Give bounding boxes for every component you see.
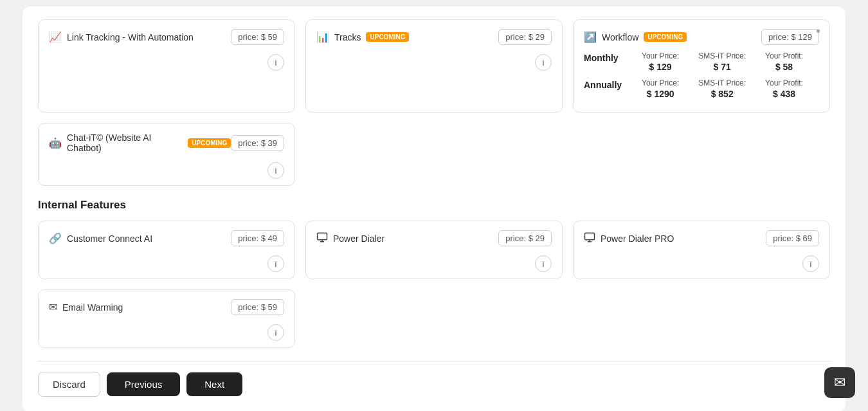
monthly-profit-col: Your Profit: $ 58 [765, 51, 803, 72]
previous-button[interactable]: Previous [107, 372, 180, 396]
discard-button[interactable]: Discard [38, 372, 100, 397]
chat-fab-icon: ✉ [834, 374, 845, 391]
chat-fab-button[interactable]: ✉ [824, 367, 855, 398]
link-tracking-card: 📈 Link Tracking - With Automation price:… [38, 19, 295, 113]
annually-your-price-col: Your Price: $ 1290 [642, 78, 679, 99]
monthly-period-label: Monthly [584, 51, 642, 63]
bottom-bar: Discard Previous Next [38, 361, 830, 397]
link-tracking-title: 📈 Link Tracking - With Automation [49, 31, 194, 43]
workflow-label: Workflow [602, 32, 638, 42]
customer-connect-label: Customer Connect AI [67, 233, 152, 244]
power-dialer-price: price: $ 29 [498, 230, 552, 246]
power-dialer-card: Power Dialer price: $ 29 i [305, 221, 563, 279]
email-warming-price: price: $ 59 [231, 299, 284, 315]
email-warming-title: ✉ Email Warming [49, 301, 123, 313]
annually-col-group: Your Price: $ 1290 SMS-iT Price: $ 852 Y… [642, 78, 803, 99]
power-dialer-pro-info-btn[interactable]: i [802, 255, 819, 272]
tracks-label: Tracks [334, 32, 361, 42]
power-dialer-title: Power Dialer [316, 232, 384, 246]
email-warming-info-btn[interactable]: i [267, 324, 284, 341]
monthly-smsit-label: SMS-iT Price: [698, 51, 746, 60]
customer-connect-info-btn[interactable]: i [267, 255, 284, 272]
power-dialer-pro-title: Power Dialer PRO [584, 232, 674, 246]
tracks-upcoming-badge: UPCOMING [366, 32, 409, 42]
monthly-col-group: Your Price: $ 129 SMS-iT Price: $ 71 You… [642, 51, 803, 72]
annually-smsit-col: SMS-iT Price: $ 852 [698, 78, 746, 99]
customer-connect-card: 🔗 Customer Connect AI price: $ 49 i [38, 221, 295, 279]
annually-profit-val: $ 438 [765, 89, 803, 99]
customer-connect-price: price: $ 49 [231, 230, 284, 246]
link-tracking-label: Link Tracking - With Automation [67, 32, 194, 42]
email-warming-card: ✉ Email Warming price: $ 59 i [38, 289, 295, 348]
link-tracking-price: price: $ 59 [231, 29, 284, 45]
power-dialer-pro-label: Power Dialer PRO [601, 233, 674, 244]
annually-period-label: Annually [584, 78, 642, 90]
workflow-dot-menu: • [816, 24, 822, 39]
internal-feature-grid: 🔗 Customer Connect AI price: $ 49 i Po [38, 221, 830, 279]
workflow-upcoming-badge: UPCOMING [644, 32, 687, 42]
tracks-icon: 📊 [316, 31, 329, 43]
annually-your-price-val: $ 1290 [642, 89, 679, 99]
monthly-your-price-val: $ 129 [642, 62, 679, 72]
chat-it-title: 🤖 Chat-iT© (Website AI Chatbot) UPCOMING [49, 132, 231, 153]
customer-connect-title: 🔗 Customer Connect AI [49, 232, 152, 244]
annually-your-price-label: Your Price: [642, 78, 679, 87]
top-feature-grid: 📈 Link Tracking - With Automation price:… [38, 19, 830, 113]
monthly-profit-val: $ 58 [765, 62, 803, 72]
monthly-your-price-col: Your Price: $ 129 [642, 51, 679, 72]
svg-rect-0 [318, 233, 327, 240]
monthly-profit-label: Your Profit: [765, 51, 803, 60]
workflow-card: ↗️ Workflow UPCOMING price: $ 129 • Mont… [573, 19, 830, 113]
power-dialer-pro-card: Power Dialer PRO price: $ 69 i [573, 221, 830, 279]
power-dialer-icon [316, 232, 328, 246]
chat-it-info-btn[interactable]: i [267, 162, 284, 179]
annually-smsit-val: $ 852 [698, 89, 746, 99]
power-dialer-pro-icon [584, 232, 595, 246]
chat-it-upcoming-badge: UPCOMING [188, 138, 231, 148]
monthly-smsit-val: $ 71 [698, 62, 746, 72]
monthly-smsit-col: SMS-iT Price: $ 71 [698, 51, 746, 72]
power-dialer-info-btn[interactable]: i [535, 255, 552, 272]
tracks-card: 📊 Tracks UPCOMING price: $ 29 i [305, 19, 563, 113]
svg-rect-3 [585, 233, 595, 240]
link-tracking-icon: 📈 [49, 31, 62, 43]
annually-smsit-label: SMS-iT Price: [698, 78, 746, 87]
email-warming-icon: ✉ [49, 301, 57, 313]
workflow-icon: ↗️ [584, 31, 597, 43]
annually-profit-col: Your Profit: $ 438 [765, 78, 803, 99]
link-tracking-info-btn[interactable]: i [267, 54, 284, 71]
annually-profit-label: Your Profit: [765, 78, 803, 87]
tracks-info-btn[interactable]: i [535, 54, 552, 71]
chat-it-price: price: $ 39 [231, 135, 284, 151]
internal-features-title: Internal Features [38, 199, 830, 212]
power-dialer-pro-price: price: $ 69 [766, 230, 819, 246]
chat-it-label: Chat-iT© (Website AI Chatbot) [67, 132, 183, 153]
monthly-your-price-label: Your Price: [642, 51, 679, 60]
tracks-price: price: $ 29 [498, 29, 552, 45]
email-warming-label: Email Warming [62, 302, 123, 313]
chat-it-card: 🤖 Chat-iT© (Website AI Chatbot) UPCOMING… [38, 123, 295, 186]
tracks-title: 📊 Tracks UPCOMING [316, 31, 409, 43]
workflow-title: ↗️ Workflow UPCOMING [584, 31, 687, 43]
customer-connect-icon: 🔗 [49, 232, 62, 244]
power-dialer-label: Power Dialer [333, 233, 384, 244]
next-button[interactable]: Next [186, 372, 242, 396]
chat-it-icon: 🤖 [49, 137, 62, 149]
main-container: 📈 Link Tracking - With Automation price:… [23, 6, 845, 411]
pricing-tooltip-table: Monthly Your Price: $ 129 SMS-iT Price: … [584, 51, 819, 99]
workflow-price: price: $ 129 [761, 29, 819, 45]
